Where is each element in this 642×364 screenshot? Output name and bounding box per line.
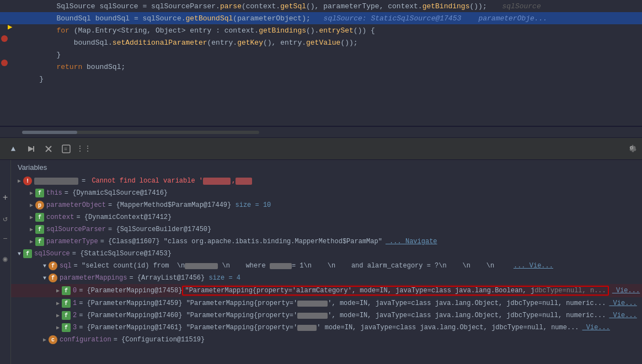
redacted-sql-1 — [185, 263, 218, 269]
var-row-parameterMappings[interactable]: ▼ f parameterMappings = {ArrayList@17456… — [11, 272, 642, 284]
error-icon: ! — [23, 176, 32, 185]
expand-arrow-parameterType[interactable]: ▶ — [28, 238, 35, 245]
field-icon-sqlSourceParser: f — [35, 225, 44, 234]
redacted-error-value2 — [236, 178, 252, 185]
field-icon-context: f — [35, 213, 44, 222]
eye-button[interactable]: ◉ — [3, 254, 7, 264]
expand-arrow-pm0[interactable]: ▶ — [54, 287, 62, 295]
svg-text:=: = — [64, 147, 67, 153]
expand-arrow-configuration[interactable]: ▶ — [41, 336, 49, 344]
field-icon-this: f — [35, 189, 44, 197]
redacted-var-name — [34, 178, 78, 185]
evaluate-button[interactable]: = — [58, 141, 74, 157]
code-line-7: } — [0, 73, 642, 85]
current-line-arrow: ▶ — [8, 22, 12, 31]
expand-arrow-sqlSourceParser[interactable]: ▶ — [28, 226, 35, 233]
field-icon-pm2: f — [62, 311, 71, 320]
scrollbar-track[interactable] — [22, 131, 259, 134]
redacted-sql-2 — [270, 263, 292, 269]
more-button[interactable]: ⋮⋮ — [76, 141, 92, 157]
expand-arrow-pm1[interactable]: ▶ — [54, 299, 62, 307]
field-icon-sqlSource: f — [23, 249, 32, 258]
var-row-pm0[interactable]: ▶ f 0 = {ParameterMapping@17458} "Parame… — [11, 284, 642, 297]
breakpoint-marker-1 — [1, 35, 8, 42]
code-line-3: for (Map.Entry<String, Object> entry : c… — [0, 24, 642, 36]
variables-panel: + ↺ − ◉ Variables ▶ ! = Cannot find loca… — [0, 160, 642, 364]
expand-arrow-error[interactable]: ▶ — [15, 177, 23, 185]
var-row-sqlSource[interactable]: ▼ f sqlSource = {StaticSqlSource@17453} — [11, 248, 642, 260]
code-line-6: return boundSql; — [0, 61, 642, 73]
var-row-context[interactable]: ▶ f context = {DynamicContext@17412} — [11, 211, 642, 223]
debug-toolbar: ▲ = ⋮⋮ — [0, 138, 642, 160]
code-line-4: boundSql.setAdditionalParameter(entry.ge… — [0, 36, 642, 49]
code-editor: SqlSource sqlSource = sqlSourceParser.pa… — [0, 0, 642, 127]
obj-icon-parameterMappings: f — [49, 274, 57, 282]
var-row-sqlSourceParser[interactable]: ▶ f sqlSourceParser = {SqlSourceBuilder@… — [11, 223, 642, 235]
obj-icon-sql: f — [49, 261, 57, 270]
expand-arrow-pm3[interactable]: ▶ — [54, 324, 62, 331]
var-row-configuration[interactable]: ▶ c configuration = {Configuration@11519… — [11, 334, 642, 346]
field-icon-pm1: f — [62, 299, 71, 308]
expand-arrow-pm2[interactable]: ▶ — [54, 312, 62, 319]
code-line-1: SqlSource sqlSource = sqlSourceParser.pa… — [0, 0, 642, 12]
redacted-pm3 — [297, 325, 317, 331]
var-row-pm2[interactable]: ▶ f 2 = {ParameterMapping@17460} "Parame… — [11, 309, 642, 322]
svg-rect-0 — [33, 146, 34, 152]
var-row-parameterObject[interactable]: ▶ p parameterObject = {MapperMethod$Para… — [11, 199, 642, 211]
obj-icon-parameterObject: p — [35, 201, 44, 210]
resume-button[interactable] — [23, 141, 39, 157]
settings-button[interactable] — [627, 143, 636, 155]
var-row-parameterType[interactable]: ▶ f parameterType = {Class@11607} "class… — [11, 235, 642, 248]
var-row-pm1[interactable]: ▶ f 1 = {ParameterMapping@17459} "Parame… — [11, 297, 642, 309]
field-icon-parameterType: f — [35, 237, 44, 246]
expand-arrow-parameterObject[interactable]: ▶ — [28, 201, 35, 209]
scrollbar-thumb[interactable] — [22, 131, 77, 134]
redacted-error-value — [203, 178, 231, 185]
var-row-sql[interactable]: ▼ f sql = "select count(id) from \n \n w… — [11, 260, 642, 272]
obj-icon-configuration: c — [49, 335, 57, 344]
expand-arrow-sql[interactable]: ▼ — [41, 262, 49, 270]
collapse-button[interactable]: − — [3, 234, 7, 243]
var-row-pm3[interactable]: ▶ f 3 = {ParameterMapping@17461} "Parame… — [11, 322, 642, 334]
breakpoint-marker-2 — [1, 60, 8, 66]
restore-button[interactable]: ↺ — [3, 214, 7, 223]
code-line-5: } — [0, 49, 642, 61]
field-icon-pm3: f — [62, 323, 71, 332]
scrollbar-area[interactable] — [0, 127, 642, 138]
field-icon-pm0: f — [62, 286, 71, 295]
step-over-button[interactable]: ▲ — [6, 141, 21, 157]
redacted-pm2 — [297, 313, 328, 319]
variables-header: Variables — [11, 160, 642, 175]
error-variable-row[interactable]: ▶ ! = Cannot find local variable ' , — [11, 175, 642, 187]
expand-arrow-sqlSource[interactable]: ▼ — [15, 250, 23, 258]
redacted-pm1 — [297, 301, 328, 307]
var-row-this[interactable]: ▶ f this = {DynamicSqlSource@17416} — [11, 187, 642, 199]
stop-button[interactable] — [41, 141, 56, 157]
expand-arrow-this[interactable]: ▶ — [28, 189, 35, 197]
expand-arrow-parameterMappings[interactable]: ▼ — [41, 274, 49, 282]
code-line-2: BoundSql boundSql = sqlSource.getBoundSq… — [0, 12, 642, 24]
add-watch-button[interactable]: + — [3, 193, 8, 203]
highlighted-pm0-value: "ParameterMapping{property='alarmCategor… — [182, 286, 608, 296]
expand-arrow-context[interactable]: ▶ — [28, 213, 35, 221]
